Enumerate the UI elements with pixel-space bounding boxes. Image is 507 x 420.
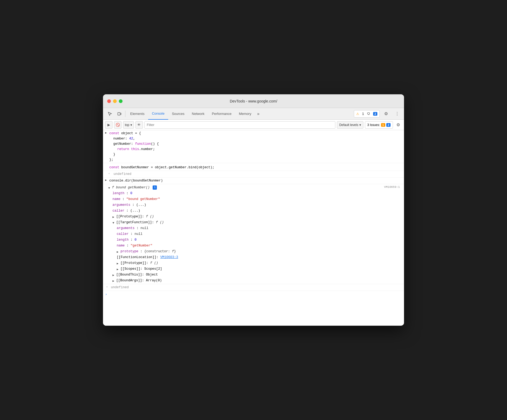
tree-targetfunction: [[TargetFunction]]: f () [108,220,404,225]
vm-link-1[interactable]: VM10659:1 [384,185,400,190]
tab-performance[interactable]: Performance [208,108,235,120]
dropdown-arrow-icon: ▾ [130,123,132,127]
console-result-2: ‹ undefined [103,284,404,291]
tree-scopes: [[Scopes]]: Scopes[2] [108,266,404,272]
devtools-window: DevTools - www.google.com/ Elements Cons… [103,94,404,326]
traffic-lights [107,99,123,103]
warn-badge-toolbar: 1 [381,123,385,127]
issues-count: 1 [362,112,364,116]
scopes-arrow[interactable] [117,268,119,271]
svg-rect-0 [118,113,120,115]
eye-button[interactable]: 👁 [135,121,143,129]
tf-proto-arrow[interactable] [117,250,119,254]
tab-console[interactable]: Console [148,108,168,120]
levels-arrow-icon: ▾ [359,123,361,127]
prompt-arrow-icon: › [105,292,107,297]
log-levels-selector[interactable]: Default levels ▾ [337,121,363,129]
devtools-tabbar: Elements Console Sources Network Perform… [103,108,404,120]
window-title: DevTools - www.google.com/ [230,99,277,103]
console-toolbar: ▶ 🚫 top ▾ 👁 Default levels ▾ 3 Issues: 1… [103,120,404,130]
issues-text: 3 Issues: [367,123,380,127]
tree-boundargs: [[BoundArgs]]: Array(0) [108,278,404,283]
tab-elements[interactable]: Elements [126,108,148,120]
targetfunction-arrow[interactable] [112,221,114,225]
entry-arrow-1[interactable] [105,131,107,136]
context-label: top [125,123,129,127]
filter-input[interactable] [144,121,335,129]
device-toolbar-button[interactable] [115,109,124,119]
entry-arrow-3[interactable] [105,178,107,183]
tree-functionlocation: [[FunctionLocation]]: VM10603:3 [108,254,404,260]
tree-root-arrow[interactable] [108,186,110,190]
toolbar-issues-badge[interactable]: 3 Issues: 1 2 [365,121,393,129]
console-settings-button[interactable]: ⚙ [395,121,402,129]
tab-separator [125,111,125,117]
tree-caller: caller : (...) [108,208,404,214]
tree-root: f bound getNumber() i VM10659:1 [108,185,404,190]
issues-sep: 🗨 [367,112,370,116]
vm-link-2[interactable]: VM10603:3 [160,255,178,259]
tree-arguments: arguments : (...) [108,202,404,208]
prototype-arrow[interactable] [112,216,114,219]
tab-memory[interactable]: Memory [235,108,255,120]
more-tabs-button[interactable]: » [255,111,262,116]
settings-button[interactable]: ⚙ [381,109,391,119]
close-button[interactable] [107,99,111,103]
tree-tf-name: name : "getNumber" [108,243,404,249]
tab-network[interactable]: Network [188,108,208,120]
info-badge-toolbar: 2 [386,123,391,127]
console-entry-input-3: console.dir(boundGetNunmer) [103,178,404,184]
console-entry-input-1: const object = { number: 42, getNumber: … [103,130,404,163]
execute-button[interactable]: ▶ [105,121,112,129]
svg-rect-1 [120,113,121,115]
nested-proto-arrow[interactable] [117,262,119,265]
levels-label: Default levels [339,123,358,127]
tree-name: name : "bound getNumber" [108,196,404,202]
inspect-element-button[interactable] [105,109,115,119]
console-result-1: ‹ undefined [103,171,404,178]
console-body: const object = { number: 42, getNumber: … [103,130,404,326]
tree-nested-prototype: [[Prototype]]: f () [108,260,404,266]
console-entry-input-2: const boundGetNunmer = object.getNumber.… [103,163,404,171]
info-icon[interactable]: i [153,185,157,190]
more-options-button[interactable]: ⋮ [392,109,402,119]
result-arrow-1: ‹ [108,171,110,176]
tree-tf-arguments: arguments : null [108,225,404,231]
tree-tf-caller: caller : null [108,231,404,237]
titlebar: DevTools - www.google.com/ [103,94,404,108]
tree-prototype: [[Prototype]]: f () [108,214,404,220]
tab-right-actions: ⚠ 1 🗨 2 ⚙ ⋮ [354,109,402,119]
console-tree-output: f bound getNumber() i VM10659:1 length :… [103,184,404,284]
result-arrow-2: ‹ [106,285,108,290]
context-selector[interactable]: top ▾ [123,121,134,129]
minimize-button[interactable] [113,99,117,103]
maximize-button[interactable] [119,99,123,103]
info-count-tab: 2 [373,112,377,116]
issues-badge[interactable]: ⚠ 1 🗨 2 [354,110,380,118]
clear-button[interactable]: 🚫 [114,121,121,129]
boundargs-arrow[interactable] [112,279,114,283]
tree-length: length : 0 [108,190,404,196]
boundthis-arrow[interactable] [112,274,114,277]
tree-tf-length: length : 0 [108,237,404,243]
tab-sources[interactable]: Sources [168,108,188,120]
issues-icon: ⚠ [356,112,359,116]
tree-boundthis: [[BoundThis]]: Object [108,272,404,278]
console-prompt[interactable]: › [103,291,404,293]
tree-tf-prototype: prototype : {constructor: f} [108,249,404,254]
